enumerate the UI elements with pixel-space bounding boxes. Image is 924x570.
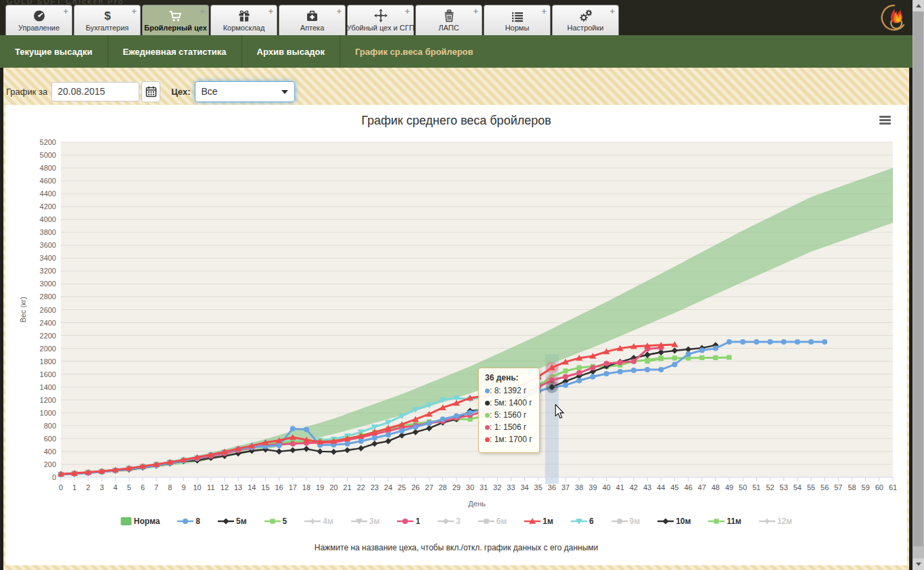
tab-plus-button[interactable]: + <box>268 6 273 16</box>
svg-text:51: 51 <box>752 483 760 491</box>
svg-text:29: 29 <box>453 483 461 491</box>
tooltip-row: : 5м: 1400 г <box>485 398 532 408</box>
legend-label: 5 <box>283 517 287 526</box>
legend-marker-circle <box>611 517 628 526</box>
legend-item-6[interactable]: 6 <box>571 517 594 526</box>
subnav-item-текущие-высадки[interactable]: Текущие высадки <box>0 35 108 68</box>
svg-text:1600: 1600 <box>40 370 56 378</box>
legend-item-9м[interactable]: 9м <box>611 517 641 526</box>
tooltip-row: : 5: 1560 г <box>485 410 532 420</box>
calendar-icon <box>145 86 157 97</box>
tab-label: Нормы <box>505 22 530 35</box>
subnav-item-график-ср.веса-бройлеров[interactable]: График ср.веса бройлеров <box>340 35 488 68</box>
medkit-icon <box>306 8 319 22</box>
svg-text:16: 16 <box>275 483 283 491</box>
date-input[interactable] <box>51 82 139 102</box>
tab-plus-button[interactable]: + <box>63 6 68 16</box>
tab-plus-button[interactable]: + <box>609 6 615 16</box>
tab-настройки[interactable]: Настройки+ <box>552 5 619 35</box>
svg-text:5000: 5000 <box>40 151 56 159</box>
tab-нормы[interactable]: Нормы+ <box>484 5 551 35</box>
shop-filter-label: Цех: <box>171 87 190 97</box>
vertical-scrollbar[interactable] <box>913 0 924 570</box>
legend-label: 5м <box>236 517 247 526</box>
scrollbar-thumb[interactable] <box>913 12 923 546</box>
legend-item-3[interactable]: 3 <box>438 517 461 526</box>
legend-item-норма[interactable]: Норма <box>120 517 160 526</box>
tab-plus-button[interactable]: + <box>405 6 410 16</box>
tab-plus-button[interactable]: + <box>131 6 137 16</box>
tab-бухгалтерия[interactable]: $Бухгалтерия+ <box>74 5 141 35</box>
tab-убойный-цех-и-сгп[interactable]: Убойный цех и СГП+ <box>347 5 414 35</box>
scroll-down-button[interactable] <box>913 558 924 570</box>
tab-plus-button[interactable]: + <box>336 6 342 16</box>
tooltip-row: : 8: 1392 г <box>485 386 532 395</box>
legend-item-5[interactable]: 5 <box>264 517 287 526</box>
mouse-cursor <box>554 404 565 419</box>
legend-marker-triangle-down <box>571 517 587 526</box>
tab-аптека[interactable]: Аптека+ <box>279 5 346 35</box>
svg-text:1000: 1000 <box>40 409 56 417</box>
legend-label: 6 <box>589 517 594 526</box>
svg-text:19: 19 <box>316 483 324 491</box>
calendar-button[interactable] <box>141 81 160 102</box>
legend-item-5м[interactable]: 5м <box>218 517 247 526</box>
svg-text:58: 58 <box>848 483 856 491</box>
svg-text:32: 32 <box>493 483 501 491</box>
svg-text:1200: 1200 <box>40 396 56 404</box>
legend-item-11м[interactable]: 11м <box>708 517 741 526</box>
legend-item-4м[interactable]: 4м <box>304 517 333 526</box>
legend-label: 4м <box>323 517 333 526</box>
legend-item-8[interactable]: 8 <box>177 517 200 526</box>
svg-text:59: 59 <box>862 483 870 491</box>
tab-plus-button[interactable]: + <box>473 6 478 16</box>
list-icon <box>511 8 524 22</box>
shop-select-value: Все <box>195 86 218 97</box>
legend-marker-star <box>304 517 321 526</box>
svg-text:60: 60 <box>875 483 883 491</box>
legend-item-12м[interactable]: 12м <box>759 517 792 526</box>
legend-item-1[interactable]: 1 <box>397 517 420 526</box>
legend-item-6м[interactable]: 6м <box>478 517 507 526</box>
svg-text:2600: 2600 <box>40 306 56 314</box>
shop-select[interactable]: Все <box>195 81 295 102</box>
series-color-dot <box>485 425 490 430</box>
legend-label: 11м <box>726 517 741 526</box>
tooltip-row: : 1м: 1700 г <box>485 435 532 444</box>
svg-text:4000: 4000 <box>40 215 56 223</box>
tab-plus-button[interactable]: + <box>200 6 205 16</box>
tab-label: Настройки <box>568 22 604 35</box>
legend-hint: Нажмите на название цеха, чтобы вкл./отк… <box>5 543 907 552</box>
tab-лапс[interactable]: ЛАПС+ <box>415 5 482 35</box>
svg-text:1800: 1800 <box>40 357 56 366</box>
gears-icon <box>578 8 593 22</box>
legend-item-1м[interactable]: 1м <box>524 517 553 526</box>
tab-управление[interactable]: Управление+ <box>5 5 72 35</box>
tooltip-row-text: : 8: 1392 г <box>490 386 526 395</box>
tab-бройлерный-цех[interactable]: Бройлерный цех+ <box>142 5 209 35</box>
tab-plus-button[interactable]: + <box>541 6 547 16</box>
legend-item-3м[interactable]: 3м <box>351 517 380 526</box>
tab-кормосклад[interactable]: Кормосклад+ <box>210 5 277 35</box>
scroll-up-button[interactable] <box>913 0 924 12</box>
legend-label: 10м <box>676 517 691 526</box>
svg-text:17: 17 <box>289 483 297 491</box>
svg-text:35: 35 <box>534 483 542 491</box>
arrow-up-icon <box>916 4 921 7</box>
svg-text:41: 41 <box>616 483 624 491</box>
svg-text:7: 7 <box>154 483 158 491</box>
legend-item-10м[interactable]: 10м <box>657 517 691 526</box>
tab-label: ЛАПС <box>438 22 459 35</box>
svg-text:23: 23 <box>371 483 379 491</box>
dollar-icon: $ <box>103 8 112 22</box>
legend-label: 12м <box>777 517 792 526</box>
svg-text:48: 48 <box>712 483 720 491</box>
svg-text:38: 38 <box>575 483 583 491</box>
content-area: График за Цех: Все График среднего веса … <box>3 68 909 570</box>
series-color-dot <box>485 401 490 405</box>
broiler-weight-chart[interactable]: 0200400600800100012001400160018002000220… <box>5 105 907 565</box>
subnav-item-ежедневная-статистика[interactable]: Ежедневная статистика <box>108 35 241 68</box>
subnav-item-архив-высадок[interactable]: Архив высадок <box>241 35 340 68</box>
svg-text:22: 22 <box>356 483 365 491</box>
legend-marker-circle <box>397 517 413 526</box>
